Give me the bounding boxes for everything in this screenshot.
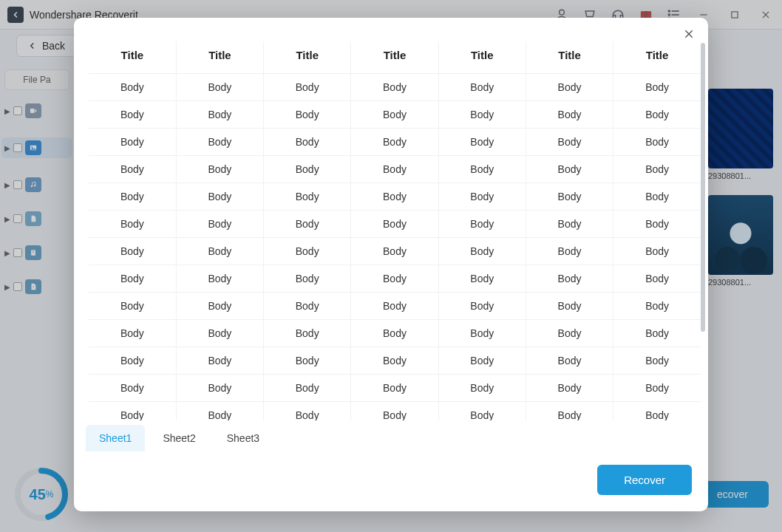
table-cell: Body bbox=[176, 320, 263, 347]
sheet-tab[interactable]: Sheet1 bbox=[86, 425, 145, 451]
table-cell: Body bbox=[89, 156, 176, 183]
table-cell: Body bbox=[351, 293, 438, 320]
table-cell: Body bbox=[89, 101, 176, 129]
table-cell: Body bbox=[526, 320, 613, 347]
table-cell: Body bbox=[89, 183, 176, 211]
table-cell: Body bbox=[438, 129, 526, 156]
column-header: Title bbox=[526, 41, 613, 74]
table-cell: Body bbox=[351, 101, 438, 129]
table-cell: Body bbox=[351, 320, 438, 347]
table-cell: Body bbox=[351, 238, 438, 265]
table-cell: Body bbox=[613, 402, 701, 421]
table-cell: Body bbox=[89, 347, 176, 375]
table-cell: Body bbox=[89, 293, 176, 320]
table-cell: Body bbox=[438, 293, 526, 320]
table-cell: Body bbox=[613, 74, 701, 101]
table-row: BodyBodyBodyBodyBodyBodyBody bbox=[89, 265, 701, 293]
table-cell: Body bbox=[526, 211, 613, 238]
table-cell: Body bbox=[613, 129, 701, 156]
table-cell: Body bbox=[526, 293, 613, 320]
column-header: Title bbox=[264, 41, 351, 74]
table-cell: Body bbox=[438, 101, 526, 129]
table-cell: Body bbox=[264, 347, 351, 375]
column-header: Title bbox=[176, 41, 263, 74]
table-cell: Body bbox=[613, 320, 701, 347]
column-header: Title bbox=[438, 41, 526, 74]
table-cell: Body bbox=[526, 183, 613, 211]
table-cell: Body bbox=[264, 183, 351, 211]
scrollbar-thumb[interactable] bbox=[701, 43, 705, 332]
table-cell: Body bbox=[176, 101, 263, 129]
table-cell: Body bbox=[264, 375, 351, 402]
table-cell: Body bbox=[438, 320, 526, 347]
table-row: BodyBodyBodyBodyBodyBodyBody bbox=[89, 129, 701, 156]
table-cell: Body bbox=[438, 74, 526, 101]
table-cell: Body bbox=[351, 156, 438, 183]
table-row: BodyBodyBodyBodyBodyBodyBody bbox=[89, 347, 701, 375]
table-cell: Body bbox=[613, 156, 701, 183]
table-cell: Body bbox=[176, 238, 263, 265]
table-row: BodyBodyBodyBodyBodyBodyBody bbox=[89, 402, 701, 421]
column-header: Title bbox=[89, 41, 176, 74]
table-cell: Body bbox=[613, 101, 701, 129]
table-row: BodyBodyBodyBodyBodyBodyBody bbox=[89, 293, 701, 320]
table-cell: Body bbox=[89, 402, 176, 421]
table-cell: Body bbox=[176, 183, 263, 211]
table-cell: Body bbox=[438, 402, 526, 421]
table-cell: Body bbox=[176, 265, 263, 293]
table-row: BodyBodyBodyBodyBodyBodyBody bbox=[89, 238, 701, 265]
table-cell: Body bbox=[89, 375, 176, 402]
column-header: Title bbox=[351, 41, 438, 74]
table-row: BodyBodyBodyBodyBodyBodyBody bbox=[89, 211, 701, 238]
table-cell: Body bbox=[89, 238, 176, 265]
table-cell: Body bbox=[613, 183, 701, 211]
table-cell: Body bbox=[613, 211, 701, 238]
table-cell: Body bbox=[264, 265, 351, 293]
table-cell: Body bbox=[176, 74, 263, 101]
table-cell: Body bbox=[89, 265, 176, 293]
table-cell: Body bbox=[351, 402, 438, 421]
table-cell: Body bbox=[176, 129, 263, 156]
table-cell: Body bbox=[613, 293, 701, 320]
table-cell: Body bbox=[438, 183, 526, 211]
table-cell: Body bbox=[264, 129, 351, 156]
table-cell: Body bbox=[176, 347, 263, 375]
modal-footer: Recover bbox=[74, 451, 708, 511]
recover-button[interactable]: Recover bbox=[597, 465, 692, 495]
preview-modal: TitleTitleTitleTitleTitleTitleTitle Body… bbox=[74, 18, 708, 511]
table-cell: Body bbox=[438, 238, 526, 265]
table-cell: Body bbox=[613, 238, 701, 265]
table-cell: Body bbox=[438, 211, 526, 238]
table-cell: Body bbox=[438, 265, 526, 293]
table-cell: Body bbox=[526, 129, 613, 156]
sheet-tabs: Sheet1Sheet2Sheet3 bbox=[74, 420, 708, 451]
table-cell: Body bbox=[264, 320, 351, 347]
table-cell: Body bbox=[526, 156, 613, 183]
sheet-table: TitleTitleTitleTitleTitleTitleTitle Body… bbox=[89, 41, 701, 420]
table-cell: Body bbox=[264, 101, 351, 129]
table-cell: Body bbox=[526, 101, 613, 129]
table-row: BodyBodyBodyBodyBodyBodyBody bbox=[89, 375, 701, 402]
table-cell: Body bbox=[526, 347, 613, 375]
table-cell: Body bbox=[438, 347, 526, 375]
table-cell: Body bbox=[526, 265, 613, 293]
table-cell: Body bbox=[264, 402, 351, 421]
scrollbar[interactable] bbox=[701, 43, 707, 413]
table-cell: Body bbox=[351, 129, 438, 156]
table-cell: Body bbox=[176, 375, 263, 402]
table-cell: Body bbox=[351, 265, 438, 293]
modal-body: TitleTitleTitleTitleTitleTitleTitle Body… bbox=[74, 18, 708, 420]
sheet-tab[interactable]: Sheet3 bbox=[214, 425, 273, 451]
table-cell: Body bbox=[264, 156, 351, 183]
table-cell: Body bbox=[176, 293, 263, 320]
sheet-tab[interactable]: Sheet2 bbox=[149, 425, 208, 451]
table-cell: Body bbox=[264, 211, 351, 238]
table-cell: Body bbox=[613, 347, 701, 375]
table-row: BodyBodyBodyBodyBodyBodyBody bbox=[89, 320, 701, 347]
table-cell: Body bbox=[176, 211, 263, 238]
table-cell: Body bbox=[264, 293, 351, 320]
table-cell: Body bbox=[526, 74, 613, 101]
table-cell: Body bbox=[613, 375, 701, 402]
table-cell: Body bbox=[176, 402, 263, 421]
table-cell: Body bbox=[89, 320, 176, 347]
